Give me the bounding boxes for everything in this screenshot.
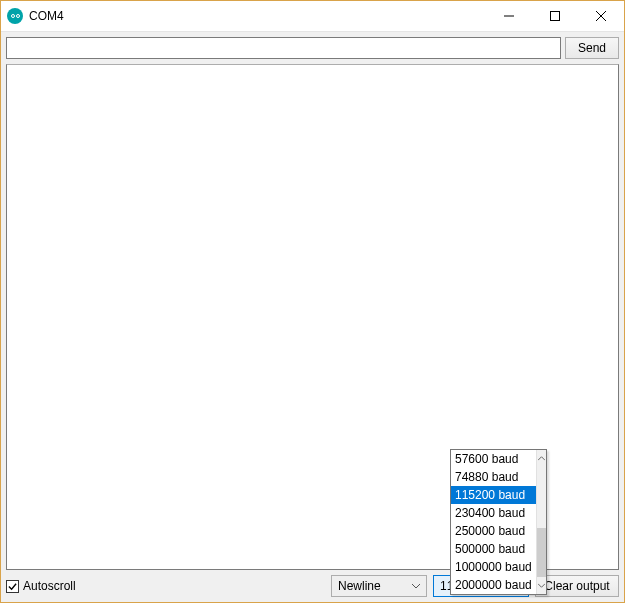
clear-output-button[interactable]: Clear output	[535, 575, 619, 597]
autoscroll-label: Autoscroll	[23, 579, 76, 593]
close-button[interactable]	[578, 1, 624, 31]
minimize-button[interactable]	[486, 1, 532, 31]
baud-rate-dropdown: 57600 baud 74880 baud 115200 baud 230400…	[450, 449, 547, 595]
dropdown-scrollbar[interactable]	[536, 450, 546, 594]
baud-option[interactable]: 230400 baud	[451, 504, 536, 522]
baud-option-list: 57600 baud 74880 baud 115200 baud 230400…	[451, 450, 536, 594]
send-row: Send	[1, 32, 624, 64]
chevron-down-icon	[412, 582, 420, 590]
arduino-icon	[7, 8, 23, 24]
window-controls	[486, 1, 624, 31]
line-ending-select[interactable]: Newline	[331, 575, 427, 597]
scroll-up-button[interactable]	[537, 450, 546, 467]
line-ending-value: Newline	[338, 579, 381, 593]
baud-option[interactable]: 57600 baud	[451, 450, 536, 468]
autoscroll-checkbox[interactable]	[6, 580, 19, 593]
serial-input[interactable]	[6, 37, 561, 59]
baud-option[interactable]: 2000000 baud	[451, 576, 536, 594]
baud-option[interactable]: 115200 baud	[451, 486, 536, 504]
send-button[interactable]: Send	[565, 37, 619, 59]
scroll-track[interactable]	[537, 467, 546, 577]
baud-option[interactable]: 1000000 baud	[451, 558, 536, 576]
maximize-button[interactable]	[532, 1, 578, 31]
baud-option[interactable]: 74880 baud	[451, 468, 536, 486]
scroll-down-button[interactable]	[537, 577, 546, 594]
svg-rect-1	[551, 12, 560, 21]
scroll-thumb[interactable]	[537, 528, 546, 578]
baud-option[interactable]: 500000 baud	[451, 540, 536, 558]
autoscroll-control[interactable]: Autoscroll	[6, 579, 76, 593]
serial-monitor-window: COM4 Send Autoscroll Newline	[0, 0, 625, 603]
titlebar: COM4	[1, 1, 624, 32]
baud-option[interactable]: 250000 baud	[451, 522, 536, 540]
window-title: COM4	[29, 9, 64, 23]
